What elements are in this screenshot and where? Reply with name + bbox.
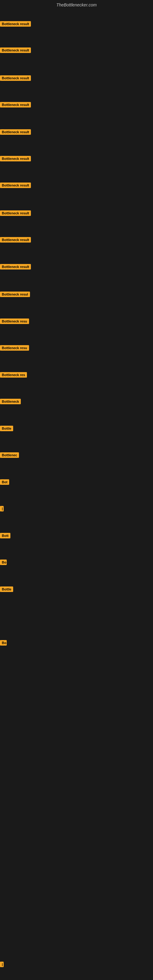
bottleneck-badge-container: Bottleneck result bbox=[0, 264, 31, 271]
bottleneck-result-badge[interactable]: Bottle bbox=[0, 426, 13, 431]
bottleneck-result-badge[interactable]: Bottleneck result bbox=[0, 264, 31, 269]
bottleneck-badge-container: Bottleneck result bbox=[0, 210, 31, 217]
bottleneck-result-badge[interactable]: Bottleneck resu bbox=[0, 318, 29, 324]
bottleneck-badge-container: Bottleneck resu bbox=[0, 318, 29, 325]
site-title: TheBottlenecker.com bbox=[0, 0, 153, 10]
bottleneck-badge-container: | bbox=[0, 962, 4, 968]
bottleneck-result-badge[interactable]: Bottlenec bbox=[0, 452, 19, 458]
bottleneck-result-badge[interactable]: Bottleneck res bbox=[0, 372, 27, 378]
bottleneck-result-badge[interactable]: Bo bbox=[0, 640, 7, 646]
bottleneck-badge-container: Bottleneck result bbox=[0, 237, 31, 244]
bottleneck-badge-container: Bottleneck result bbox=[0, 48, 31, 54]
bottleneck-result-badge[interactable]: Bottleneck result bbox=[0, 75, 31, 81]
bottleneck-badge-container: | bbox=[0, 506, 4, 513]
bottleneck-result-badge[interactable]: Bo bbox=[0, 560, 7, 565]
bottleneck-badge-container: Bottleneck bbox=[0, 399, 21, 406]
bottleneck-result-badge[interactable]: Bot bbox=[0, 479, 9, 485]
bottleneck-result-badge[interactable]: Bottleneck bbox=[0, 399, 21, 404]
bottleneck-badge-container: Bottleneck resul bbox=[0, 291, 30, 298]
bottleneck-result-badge[interactable]: Bott bbox=[0, 533, 10, 538]
bottleneck-badge-container: Bottle bbox=[0, 426, 13, 433]
bottleneck-badge-container: Bottleneck res bbox=[0, 372, 27, 379]
bottleneck-badge-container: Bottleneck result bbox=[0, 156, 31, 162]
bottleneck-result-badge[interactable]: Bottleneck result bbox=[0, 183, 31, 188]
bottleneck-result-badge[interactable]: Bottleneck result bbox=[0, 237, 31, 243]
bottleneck-result-badge[interactable]: Bottleneck result bbox=[0, 156, 31, 161]
bottleneck-result-badge[interactable]: Bottle bbox=[0, 587, 13, 592]
bottleneck-badge-container: Bottleneck result bbox=[0, 183, 31, 189]
bottleneck-badge-container: Bottleneck result bbox=[0, 21, 31, 28]
bottleneck-result-badge[interactable]: | bbox=[0, 962, 4, 967]
bottleneck-badge-container: Bottleneck result bbox=[0, 75, 31, 82]
bottleneck-result-badge[interactable]: Bottleneck result bbox=[0, 102, 31, 108]
bottleneck-result-badge[interactable]: Bottleneck result bbox=[0, 210, 31, 216]
bottleneck-badge-container: Bottleneck result bbox=[0, 129, 31, 136]
bottleneck-result-badge[interactable]: Bottleneck result bbox=[0, 129, 31, 135]
bottleneck-result-badge[interactable]: Bottleneck result bbox=[0, 21, 31, 27]
bottleneck-badge-container: Bot bbox=[0, 479, 9, 486]
bottleneck-result-badge[interactable]: Bottleneck resu bbox=[0, 345, 29, 351]
bottleneck-result-badge[interactable]: Bottleneck resul bbox=[0, 291, 30, 297]
bottleneck-result-badge[interactable]: Bottleneck result bbox=[0, 48, 31, 53]
bottleneck-badge-container: Bo bbox=[0, 560, 7, 566]
bottleneck-badge-container: Bott bbox=[0, 533, 10, 539]
bottleneck-badge-container: Bottleneck resu bbox=[0, 345, 29, 352]
bottleneck-badge-container: Bottle bbox=[0, 587, 13, 593]
bottleneck-badge-container: Bottleneck result bbox=[0, 102, 31, 109]
bottleneck-badge-container: Bottlenec bbox=[0, 452, 19, 459]
bottleneck-result-badge[interactable]: | bbox=[0, 506, 4, 511]
bottleneck-badge-container: Bo bbox=[0, 640, 7, 647]
